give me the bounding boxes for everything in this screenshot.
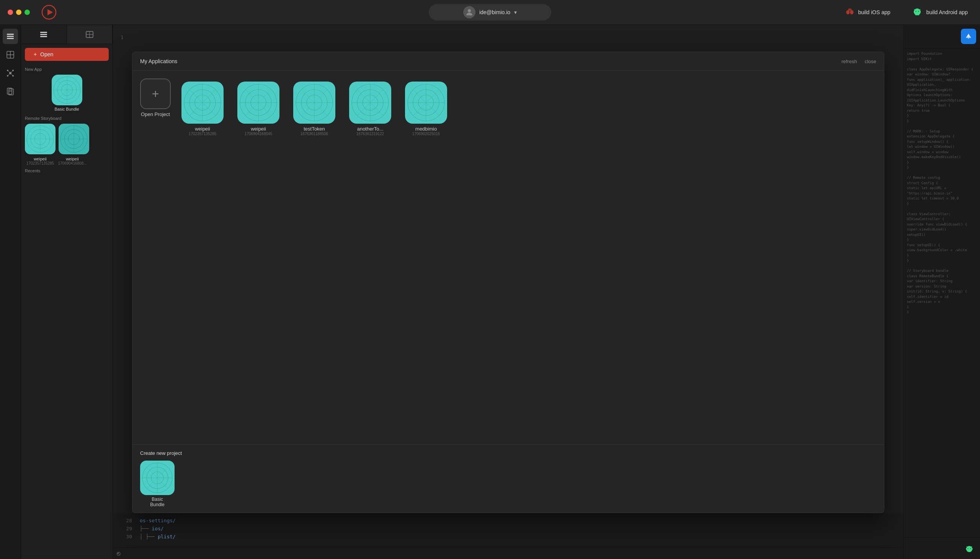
modal-app-thumb-5 [405, 81, 447, 124]
export-icon[interactable]: ⎋ [117, 550, 121, 557]
svg-point-14 [918, 11, 919, 12]
svg-point-7 [850, 10, 853, 14]
open-button-label: Open [40, 51, 53, 58]
svg-line-28 [8, 70, 10, 73]
svg-point-107 [968, 548, 968, 549]
tab-structure[interactable] [21, 25, 67, 44]
storyboard-row [25, 124, 109, 154]
modal-app-weipeii-1[interactable]: weipeii 1702357135285 [178, 78, 226, 139]
header-right: build iOS app build Android app [840, 3, 972, 22]
svg-rect-37 [40, 34, 47, 35]
app-logo [41, 5, 57, 20]
line-number-1: 1 [121, 35, 124, 40]
modal-app-sub-4: 1676361219122 [356, 132, 384, 136]
logo-icon [41, 5, 57, 20]
right-panel: import Foundationimport UIKit class AppD… [904, 25, 980, 559]
panel-tabs [21, 25, 112, 44]
titlebar: ide@bimio.io ▾ build iOS app [0, 0, 980, 25]
plus-icon: ＋ [33, 51, 38, 58]
maximize-window-btn[interactable] [25, 10, 30, 15]
svg-point-101 [968, 38, 969, 39]
build-ios-label: build iOS app [858, 9, 891, 15]
sidebar-item-layers[interactable] [3, 29, 18, 44]
code-content-28: os-settings/ [140, 517, 176, 525]
create-basic-bundle-label: BasicBundle [150, 496, 164, 507]
modal-app-thumb-2 [237, 81, 279, 124]
modal-app-sub-2: 1706904168045 [245, 132, 272, 136]
refresh-button[interactable]: refresh [841, 59, 857, 64]
open-project-item[interactable]: + Open Project [140, 78, 171, 117]
storyboard-sub-1: 1702357135285 [25, 161, 56, 165]
modal-actions: refresh close [841, 59, 876, 64]
minimize-window-btn[interactable] [16, 10, 21, 15]
left-panel-basic-bundle-item[interactable]: Basic Bundle [25, 74, 109, 111]
svg-rect-36 [40, 32, 47, 33]
basic-bundle-thumbnail [52, 74, 82, 105]
close-modal-button[interactable]: close [865, 59, 876, 64]
svg-rect-38 [40, 36, 47, 37]
bottom-bar: ⎋ [113, 547, 904, 559]
line-num-30: 30 [121, 533, 140, 541]
svg-rect-103 [968, 550, 969, 552]
panel-content: ＋ Open New App Basic Bundle [21, 44, 112, 559]
create-basic-bundle-thumb [140, 461, 175, 495]
window-controls [8, 10, 30, 15]
modal-app-label-5: medbimio [415, 126, 437, 132]
android-small-icon[interactable] [962, 541, 976, 555]
close-window-btn[interactable] [8, 10, 13, 15]
android-icon-bottom [904, 537, 980, 559]
storyboard-label-2: weipeii [57, 157, 88, 161]
open-project-btn[interactable]: + [140, 78, 171, 109]
svg-rect-10 [918, 13, 919, 15]
code-line-30: 30 │ ├── plist/ [113, 533, 904, 541]
svg-rect-11 [914, 11, 915, 13]
open-button[interactable]: ＋ Open [25, 48, 109, 61]
build-android-button[interactable]: build Android app [907, 3, 972, 22]
svg-point-3 [468, 9, 471, 12]
modal-apps-section: + Open Project [132, 71, 884, 445]
modal-app-testtoken[interactable]: testToken 1676361188506 [290, 78, 339, 139]
svg-point-6 [846, 10, 849, 14]
main-area: ＋ Open New App Basic Bundle [0, 25, 980, 559]
code-line-29: 29 ├── ios/ [113, 525, 904, 533]
user-area[interactable]: ide@bimio.io ▾ [429, 4, 551, 21]
modal-app-sub-5: 1706902025016 [412, 132, 440, 136]
sidebar-item-layout[interactable] [3, 47, 18, 63]
storyboard-thumb-1[interactable] [25, 124, 56, 154]
svg-point-108 [970, 548, 971, 549]
basic-bundle-label: Basic Bundle [55, 107, 79, 111]
apps-grid: + Open Project [140, 78, 876, 139]
modal-app-label-1: weipeii [195, 126, 210, 132]
sidebar-icons [0, 25, 21, 559]
modal-app-sub-3: 1676361188506 [301, 132, 328, 136]
app-store-icon[interactable] [961, 29, 976, 44]
svg-rect-106 [972, 548, 973, 550]
modal-footer: Create new project [132, 445, 884, 513]
svg-line-29 [10, 70, 13, 73]
code-line-28: 28 os-settings/ [113, 517, 904, 525]
right-panel-code: import Foundationimport UIKit class AppD… [904, 48, 980, 537]
storyboard-sub-2: 170690416808... [57, 161, 88, 165]
modal-app-weipeii-2[interactable]: weipeii 1706904168045 [234, 78, 283, 139]
sidebar-item-nodes[interactable] [3, 66, 18, 81]
svg-rect-104 [970, 550, 971, 552]
storyboard-thumb-2[interactable] [59, 124, 89, 154]
code-content-30: │ ├── plist/ [140, 533, 176, 541]
recents-section-label: Recents [25, 169, 109, 173]
tab-tree[interactable] [67, 25, 113, 44]
sidebar-item-pages[interactable] [3, 84, 18, 99]
modal-app-label-3: testToken [304, 126, 325, 132]
open-project-label: Open Project [141, 111, 170, 117]
svg-point-13 [915, 11, 916, 12]
line-num-29: 29 [121, 525, 140, 533]
build-ios-button[interactable]: build iOS app [840, 3, 895, 22]
modal-app-anotherto[interactable]: anotherTo... 1676361219122 [346, 78, 394, 139]
create-section-title: Create new project [140, 450, 876, 456]
svg-rect-19 [7, 38, 14, 39]
editor-header: 1 [113, 25, 904, 50]
modal-app-label-2: weipeii [251, 126, 266, 132]
create-basic-bundle-item[interactable]: BasicBundle [140, 461, 175, 507]
modal-app-medbimio[interactable]: medbimio 1706902025016 [402, 78, 450, 139]
modal-header: My Applications refresh close [132, 52, 884, 71]
left-panel: ＋ Open New App Basic Bundle [21, 25, 113, 559]
